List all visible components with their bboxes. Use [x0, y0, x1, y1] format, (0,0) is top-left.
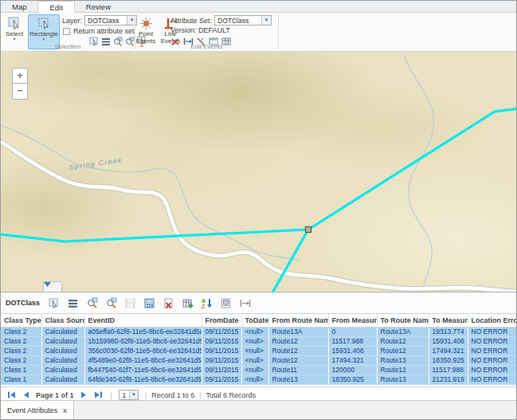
column-header[interactable]: EventID — [84, 314, 202, 327]
table-cell: 19313.774 — [429, 327, 468, 336]
split-record-icon[interactable] — [239, 297, 251, 309]
application-window: Map Edit Review Select ▾ Rectangle ▾ L — [0, 0, 517, 420]
column-header[interactable]: Class Source — [41, 314, 84, 327]
page-indicator: Page 1 of 1 — [36, 391, 74, 399]
next-page-button[interactable] — [80, 391, 88, 398]
event-line-route12[interactable] — [1, 230, 308, 241]
table-cell: <null> — [241, 375, 268, 384]
table-cell: 15931.406 — [429, 336, 468, 346]
column-header[interactable]: From Route Name — [268, 314, 328, 327]
column-header[interactable]: FromDate — [202, 314, 241, 327]
version-label: Version: DEFAULT — [170, 26, 230, 34]
table-cell: 09/11/2015 — [202, 375, 241, 384]
table-cell: Calculated — [41, 375, 84, 384]
pan-to-selection-icon[interactable] — [105, 297, 117, 309]
column-header[interactable]: ToDate — [241, 314, 268, 327]
save-icon[interactable] — [124, 297, 136, 309]
table-row[interactable]: Class 2Calculated4f5489e0-62f8-11e5-8bc6… — [1, 355, 517, 365]
table-header-row[interactable]: Class TypeClass SourceEventIDFromDateToD… — [1, 314, 517, 327]
close-icon[interactable]: x — [63, 407, 67, 414]
list-icon[interactable] — [67, 297, 79, 309]
table-cell: NO ERROR — [468, 327, 517, 336]
column-header[interactable]: Location Error — [468, 314, 517, 327]
table-row[interactable]: Class 1Calculated64fde340-62f8-11e5-8bc6… — [1, 375, 517, 384]
column-header[interactable]: To Measure — [429, 314, 468, 327]
table-cell: 21231.919 — [429, 375, 468, 384]
table-cell: NO ERROR — [468, 346, 517, 355]
svg-text:A: A — [202, 298, 206, 304]
table-cell: 09/11/2015 — [202, 365, 241, 375]
column-header[interactable]: To Route Name — [377, 314, 429, 327]
table-cell: Calculated — [41, 327, 84, 336]
svg-text:Z: Z — [202, 304, 206, 309]
table-cell: Route12 — [268, 336, 328, 346]
attribute-set-dropdown[interactable]: DOTClass ▼ — [214, 15, 272, 26]
previous-page-button[interactable] — [22, 391, 29, 398]
export-error-icon[interactable] — [163, 297, 174, 309]
page-number-dropdown[interactable]: 1 ▼ — [119, 390, 139, 400]
table-cell: <null> — [241, 336, 268, 346]
tab-map[interactable]: Map — [1, 1, 37, 13]
edit-events-group: Point Events Line Events Attribute Set: … — [135, 13, 278, 51]
table-row[interactable]: Class 2Calculated1b159980-62f8-11e5-8bc6… — [1, 336, 517, 346]
table-cell: 09/11/2015 — [202, 327, 241, 336]
select-tool-icon[interactable] — [48, 297, 60, 309]
first-page-button[interactable] — [7, 391, 16, 398]
table-cell: 11517.988 — [328, 336, 377, 346]
column-header[interactable]: From Measure — [328, 314, 377, 327]
tab-review[interactable]: Review — [75, 1, 122, 13]
return-attribute-set-checkbox[interactable] — [63, 28, 70, 35]
table-body: Class 2Calculateda05effa0-62f8-11e5-8bc6… — [1, 327, 517, 384]
triangle-down-icon — [44, 282, 51, 287]
table-cell: 17494.321 — [429, 346, 468, 355]
map-canvas[interactable]: Spring Creek + − — [1, 52, 517, 292]
layer-label: Layer: — [62, 17, 82, 25]
table-cell: Route11 — [268, 365, 328, 375]
table-cell: 4f5489e0-62f8-11e5-8bc6-ee32641d5ec9 — [84, 355, 202, 365]
table-cell: NO ERROR — [468, 336, 517, 346]
table-cell: 356c0030-62f8-11e5-8bc6-ee32641d5ec9 — [84, 346, 202, 355]
rectangle-select-icon — [37, 17, 51, 30]
table-row[interactable]: Class 2Calculated356c0030-62f8-11e5-8bc6… — [1, 346, 517, 355]
layer-dropdown[interactable]: DOTClass ▼ — [84, 15, 137, 26]
chevron-down-icon: ▾ — [13, 37, 15, 41]
table-cell: Route13 — [268, 375, 328, 384]
map-zoom-control: + − — [12, 68, 28, 100]
column-header[interactable]: Class Type — [1, 314, 41, 327]
ribbon-tab-bar: Map Edit Review — [1, 1, 516, 13]
table-row[interactable]: Class 1Calculatedfb447540-62f7-11e5-8bc6… — [1, 365, 517, 375]
table-cell: a05effa0-62f8-11e5-8bc6-ee32641d5ec9 — [84, 327, 202, 336]
attribute-window-icon[interactable] — [220, 297, 232, 309]
route-junction-marker[interactable] — [306, 227, 311, 233]
table-cell: Class 1 — [1, 365, 41, 375]
sort-icon[interactable]: AZ — [201, 297, 213, 309]
zoom-out-button[interactable]: − — [12, 84, 28, 100]
return-attribute-set-label: Return attribute set — [73, 27, 135, 35]
attribute-set-dropdown-value: DOTClass — [215, 17, 261, 25]
map-layers: Spring Creek — [1, 52, 517, 292]
event-line-route13a[interactable] — [272, 230, 308, 292]
panel-collapse-button[interactable] — [43, 281, 62, 292]
zoom-to-selection-icon[interactable] — [86, 297, 98, 309]
table-cell: <null> — [241, 346, 268, 355]
total-records-text: Total 6 Records — [206, 391, 257, 399]
table-cell: NO ERROR — [468, 375, 517, 384]
table-cell: 17494.321 — [328, 355, 377, 365]
table-cell: 18350.925 — [328, 375, 377, 384]
table-row[interactable]: Class 2Calculateda05effa0-62f8-11e5-8bc6… — [1, 327, 517, 336]
zoom-in-button[interactable]: + — [12, 68, 28, 84]
table-cell: Route12 — [377, 346, 429, 355]
last-page-button[interactable] — [94, 391, 103, 398]
add-selection-icon[interactable] — [182, 297, 194, 309]
chevron-down-icon: ▼ — [261, 16, 271, 25]
table-cell: Calculated — [41, 346, 84, 355]
tab-event-attributes[interactable]: Event Attributes x — [1, 401, 74, 420]
tab-edit[interactable]: Edit — [37, 1, 74, 13]
selected-event-lines[interactable] — [1, 108, 517, 292]
table-cell: Route12 — [377, 336, 429, 346]
table-cell: 1b159980-62f8-11e5-8bc6-ee32641d5ec9 — [84, 336, 202, 346]
table-cell: 09/11/2015 — [202, 336, 241, 346]
table-cell: fb447540-62f7-11e5-8bc6-ee32641d5ec9 — [84, 365, 202, 375]
calculator-icon[interactable] — [143, 297, 155, 309]
table-cell: Class 2 — [1, 327, 41, 336]
